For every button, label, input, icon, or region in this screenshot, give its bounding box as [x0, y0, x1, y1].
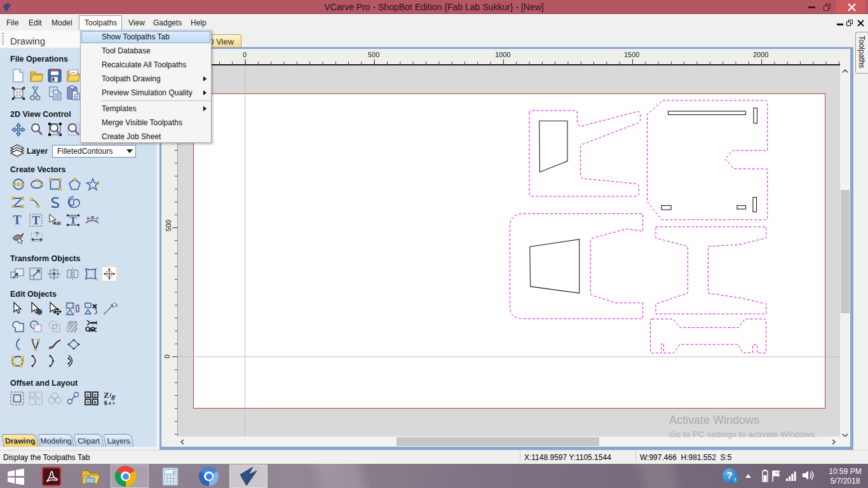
svg-text:T: T — [32, 214, 40, 227]
svg-text:D: D — [94, 393, 97, 397]
svg-text:AB: AB — [53, 220, 61, 226]
svg-text:A: A — [86, 400, 90, 404]
svg-text:T: T — [69, 214, 77, 226]
svg-text:13: 13 — [116, 303, 118, 307]
svg-text:?: ? — [35, 231, 39, 238]
svg-text:T: T — [13, 214, 22, 227]
svg-text:C: C — [86, 393, 90, 397]
svg-text:s: s — [112, 400, 116, 405]
svg-text:A: A — [86, 215, 92, 222]
svg-text:C: C — [95, 215, 100, 222]
svg-text:e: e — [109, 400, 111, 406]
svg-text:B: B — [94, 400, 97, 404]
svg-text:B: B — [91, 215, 95, 220]
